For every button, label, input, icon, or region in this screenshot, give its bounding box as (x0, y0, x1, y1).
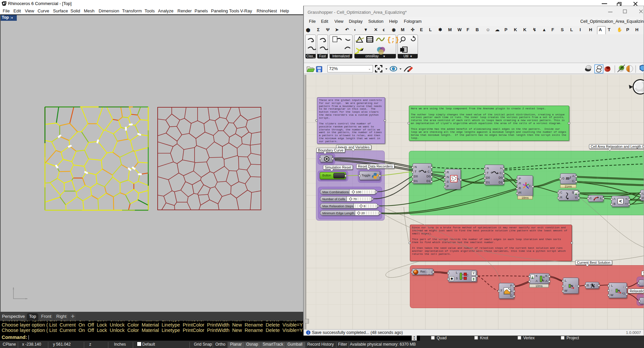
svg-text:R: R (543, 276, 545, 279)
svg-text:!: ! (308, 331, 309, 335)
svg-text:{;}: {;} (387, 36, 399, 44)
